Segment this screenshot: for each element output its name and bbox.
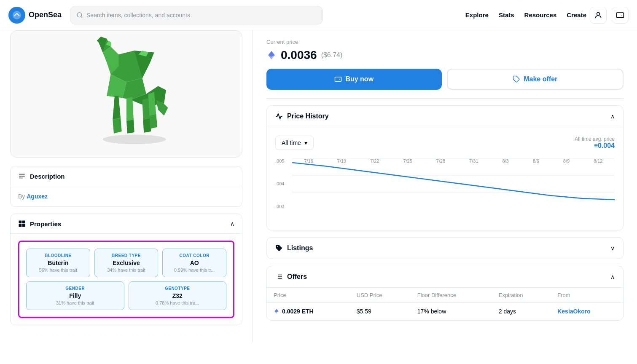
svg-point-41: [277, 246, 278, 247]
price-history-chevron: [610, 113, 615, 120]
description-icon: [18, 172, 26, 180]
offers-list-icon: [275, 273, 283, 281]
time-filter-chevron: ▾: [304, 139, 307, 146]
offers-label: Offers: [287, 273, 307, 281]
eth-icon: [266, 50, 277, 60]
price-eth: 0.0036: [281, 48, 317, 62]
listings-section: Listings: [266, 237, 624, 259]
wallet-button[interactable]: [612, 7, 629, 24]
property-gender: GENDER Filly 31% have this trait: [26, 281, 124, 310]
buy-now-button[interactable]: Buy now: [266, 69, 442, 90]
svg-marker-20: [149, 114, 157, 129]
properties-grid: BLOODLINE Buterin 56% have this trait BR…: [18, 241, 234, 318]
wallet-icon: [616, 11, 624, 19]
wallet-buy-icon: [334, 75, 342, 83]
price-chart-svg: [292, 158, 615, 209]
listings-tag-icon: [275, 244, 283, 252]
nav-create[interactable]: Create: [567, 11, 586, 19]
svg-rect-30: [22, 221, 25, 224]
listings-header-left: Listings: [275, 244, 313, 252]
offer-price-value: 0.0029 ETH: [274, 308, 343, 315]
chart-icon: [275, 112, 283, 120]
buy-now-label: Buy now: [345, 75, 374, 83]
offers-table-body: 0.0029 ETH $5.59 17% below 2 days KesiaO…: [267, 303, 623, 320]
nav-stats[interactable]: Stats: [499, 11, 514, 19]
action-buttons: Buy now Make offer: [266, 69, 624, 90]
offers-table-head: Price USD Price Floor Difference Expirat…: [267, 288, 623, 303]
svg-point-3: [597, 12, 600, 15]
col-price: Price: [267, 288, 350, 303]
description-section: Description By Aguxez: [10, 166, 242, 207]
nft-image: [11, 31, 242, 157]
logo-text: OpenSea: [29, 11, 62, 19]
listings-chevron-down: [610, 245, 615, 252]
property-gender-label: GENDER: [32, 286, 118, 291]
offer-usd-cell: $5.59: [350, 303, 411, 320]
right-column: Current price 0.0036 ($6.74) Buy now: [253, 30, 637, 342]
nav-explore[interactable]: Explore: [465, 11, 489, 19]
svg-marker-13: [113, 96, 121, 120]
listings-label: Listings: [287, 244, 313, 252]
property-breedtype-value: Exclusive: [101, 260, 152, 266]
description-label: Description: [30, 173, 65, 180]
tag-icon: [513, 75, 520, 83]
nav-resources[interactable]: Resources: [524, 11, 557, 19]
property-coatcolor-rarity: 0.99% have this tr...: [169, 268, 220, 273]
property-bloodline-value: Buterin: [32, 260, 84, 266]
col-expiration: Expiration: [492, 288, 551, 303]
svg-point-1: [77, 13, 82, 17]
chart-inner: [292, 158, 615, 209]
property-gender-rarity: 31% have this trait: [32, 300, 118, 305]
account-button[interactable]: [590, 7, 607, 24]
description-header[interactable]: Description: [11, 166, 242, 186]
property-genotype-value: Z32: [135, 292, 220, 299]
offer-floor-cell: 17% below: [411, 303, 492, 320]
logo[interactable]: OpenSea: [8, 7, 62, 24]
property-genotype-rarity: 0.78% have this tra...: [135, 300, 220, 305]
svg-rect-36: [335, 77, 341, 82]
make-offer-button[interactable]: Make offer: [447, 69, 624, 90]
chart-area: .005 .004 .003: [275, 158, 615, 222]
search-bar[interactable]: [70, 6, 323, 24]
current-price-label: Current price: [266, 39, 624, 45]
svg-point-25: [102, 135, 166, 145]
property-breedtype: BREED TYPE Exclusive 34% have this trait: [94, 249, 159, 277]
offer-from-link[interactable]: KesiaOkoro: [557, 308, 591, 315]
properties-icon: [18, 220, 26, 228]
account-icon: [594, 11, 602, 19]
offers-header[interactable]: Offers: [267, 266, 623, 288]
make-offer-label: Make offer: [524, 75, 557, 83]
offer-expiration-cell: 2 days: [492, 303, 551, 320]
col-usd: USD Price: [350, 288, 411, 303]
opensea-logo-icon: [8, 7, 25, 24]
price-history-body: All time ▾ All time avg. price ≡0.004 .0…: [267, 127, 623, 230]
properties-header[interactable]: Properties: [11, 214, 242, 234]
price-history-label: Price History: [287, 112, 329, 120]
author-section: By Aguxez: [11, 186, 242, 206]
col-floor: Floor Difference: [411, 288, 492, 303]
eth-offer-icon: [274, 308, 280, 314]
property-bloodline-rarity: 56% have this trait: [32, 268, 84, 273]
nft-image-container: [10, 30, 242, 158]
avg-price-block: All time avg. price ≡0.004: [575, 136, 615, 150]
author-name[interactable]: Aguxez: [27, 193, 48, 200]
property-bloodline-label: BLOODLINE: [32, 253, 84, 258]
description-header-left: Description: [18, 172, 65, 180]
y-label-003: .003: [275, 204, 292, 209]
properties-label: Properties: [30, 220, 61, 228]
properties-section: Properties BLOODLINE Buterin 56% have th…: [10, 214, 242, 325]
nft-artwork: [46, 31, 207, 157]
avg-price-value: ≡0.004: [575, 142, 615, 150]
time-filter-value: All time: [282, 139, 301, 146]
nav-icons: [590, 7, 629, 24]
price-row: 0.0036 ($6.74): [266, 48, 624, 62]
price-history-section: Price History All time ▾ All time avg. p…: [266, 105, 624, 230]
listings-header[interactable]: Listings: [267, 238, 623, 259]
price-history-header[interactable]: Price History: [267, 106, 623, 127]
col-from: From: [551, 288, 623, 303]
search-input[interactable]: [86, 12, 317, 19]
property-gender-value: Filly: [32, 292, 118, 299]
svg-marker-16: [126, 120, 134, 134]
svg-marker-15: [126, 97, 134, 121]
time-filter-select[interactable]: All time ▾: [275, 136, 314, 150]
